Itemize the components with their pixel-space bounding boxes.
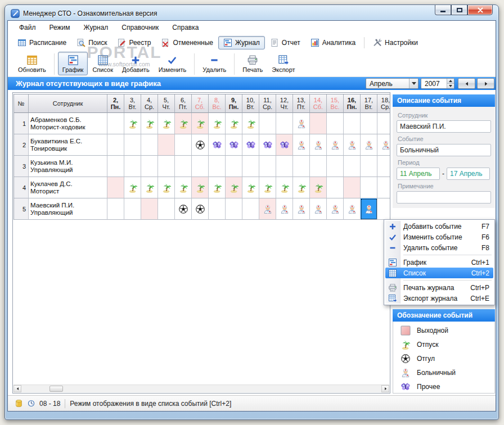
grid-cell-r5-d2[interactable] [107,198,124,220]
grid-cell-r5-d5[interactable] [158,198,175,220]
grid-cell-r2-d5[interactable] [158,134,175,156]
spin-down-button[interactable] [447,83,454,88]
grid-cell-r4-d2[interactable] [107,177,124,198]
grid-cell-r2-d10[interactable] [242,134,259,156]
grid-cell-r2-d14[interactable] [310,134,327,156]
grid-cell-r3-d4[interactable] [141,156,158,177]
grid-cell-r1-d15[interactable] [327,113,344,134]
grid-cell-r2-d6[interactable] [175,134,192,156]
grid-cell-r4-d17[interactable] [361,177,377,198]
grid-cell-r3-d13[interactable] [293,156,310,177]
month-select[interactable]: Апрель [366,78,418,89]
grid-cell-r4-d4[interactable] [141,177,158,198]
grid-cell-r5-d3[interactable] [124,198,141,220]
grid-cell-r5-d13[interactable] [293,198,310,220]
scroll-right-button[interactable] [381,385,389,392]
grid-cell-r3-d14[interactable] [310,156,327,177]
grid-cell-r3-d7[interactable] [192,156,209,177]
grid-cell-r1-d10[interactable] [242,113,259,134]
grid-cell-r2-d15[interactable] [327,134,344,156]
grid-cell-r5-d18[interactable] [377,198,390,220]
grid-cell-r4-d11[interactable] [259,177,276,198]
grid-cell-r5-d10[interactable] [242,198,259,220]
horizontal-scrollbar[interactable] [14,385,389,392]
context-menu-view-list[interactable]: СписокCtrl+2 [385,268,493,278]
grid-cell-r1-d7[interactable] [192,113,209,134]
scroll-left-button[interactable] [14,385,21,392]
grid-cell-r4-d12[interactable] [276,177,293,198]
grid-cell-r3-d12[interactable] [276,156,293,177]
grid-cell-r3-d3[interactable] [124,156,141,177]
next-month-button[interactable] [477,78,494,89]
grid-cell-r5-d6[interactable] [175,198,192,220]
grid-cell-r1-d12[interactable] [276,113,293,134]
menu-file[interactable]: Файл [12,21,43,34]
grid-cell-r1-d2[interactable] [107,113,124,134]
grid-cell-r5-d14[interactable] [310,198,327,220]
prev-month-button[interactable] [458,78,475,89]
grid-cell-r4-d15[interactable] [327,177,344,198]
grid-cell-r4-d6[interactable] [175,177,192,198]
grid-cell-r3-d6[interactable] [175,156,192,177]
grid-cell-r1-d17[interactable] [361,113,377,134]
export-button[interactable]: Экспорт [267,52,299,75]
grid-cell-r2-d9[interactable] [226,134,242,156]
employee-field[interactable]: Маевский П.И. [397,120,491,133]
close-button[interactable] [467,5,493,15]
grid-cell-r1-d11[interactable] [259,113,276,134]
grid-cell-r5-d17[interactable] [361,198,377,220]
grid-cell-r1-d16[interactable] [344,113,361,134]
grid-cell-r4-d9[interactable] [226,177,242,198]
note-field[interactable] [397,191,491,204]
grid-cell-r4-d14[interactable] [310,177,327,198]
grid-cell-r4-d5[interactable] [158,177,175,198]
list-view-button[interactable]: Список [88,52,118,75]
context-menu-print-journal[interactable]: Печать журналаCtrl+P [385,282,493,293]
schedule-button[interactable]: Расписание [12,36,71,49]
grid-cell-r5-d15[interactable] [327,198,344,220]
grid-cell-r4-d18[interactable] [377,177,390,198]
registry-button[interactable]: Реестр [112,36,156,49]
grid-cell-r1-d3[interactable] [124,113,141,134]
grid-cell-r1-d9[interactable] [226,113,242,134]
menu-journal[interactable]: Журнал [77,21,115,34]
add-button[interactable]: Добавить [118,52,154,75]
grid-cell-r2-d3[interactable] [124,134,141,156]
grid-cell-r2-d8[interactable] [209,134,226,156]
grid-cell-r2-d13[interactable] [293,134,310,156]
print-button[interactable]: Печать [238,52,267,75]
menu-help[interactable]: Справка [165,21,205,34]
grid-cell-r2-d12[interactable] [276,134,293,156]
gantt-view-button[interactable]: График [58,52,88,75]
context-menu-delete-event[interactable]: Удалить событиеF8 [385,242,493,253]
journal-button[interactable]: Журнал [218,36,265,49]
grid-cell-r2-d2[interactable] [107,134,124,156]
title-bar[interactable]: Менеджер СТО - Ознакомительная версия [5,5,498,20]
context-menu-export-journal[interactable]: Экспорт журналаCtrl+E [385,293,493,304]
context-menu-view-gantt[interactable]: ГрафикCtrl+1 [385,257,493,268]
cancelled-button[interactable]: Отмененные [156,36,218,49]
grid-cell-r5-d7[interactable] [192,198,209,220]
context-menu-edit-event[interactable]: Изменить событиеF6 [385,232,493,242]
search-button[interactable]: Поиск [71,36,112,49]
grid-cell-r1-d4[interactable] [141,113,158,134]
minimize-button[interactable] [435,5,451,15]
grid-cell-r3-d5[interactable] [158,156,175,177]
grid-cell-r1-d8[interactable] [209,113,226,134]
grid-cell-r4-d13[interactable] [293,177,310,198]
grid-cell-r2-d4[interactable] [141,134,158,156]
grid-cell-r5-d4[interactable] [141,198,158,220]
grid-cell-r3-d11[interactable] [259,156,276,177]
grid-cell-r5-d12[interactable] [276,198,293,220]
grid-cell-r3-d2[interactable] [107,156,124,177]
context-menu-add-event[interactable]: Добавить событиеF7 [385,221,493,232]
report-button[interactable]: Отчет [265,36,305,49]
grid-cell-r2-d16[interactable] [344,134,361,156]
maximize-button[interactable] [451,5,467,15]
grid-cell-r1-d6[interactable] [175,113,192,134]
period-from-field[interactable]: 11 Апрель [397,168,440,180]
grid-cell-r2-d18[interactable] [377,134,390,156]
grid-cell-r1-d14[interactable] [310,113,327,134]
grid-cell-r3-d16[interactable] [344,156,361,177]
event-field[interactable]: Больничный [397,144,491,156]
